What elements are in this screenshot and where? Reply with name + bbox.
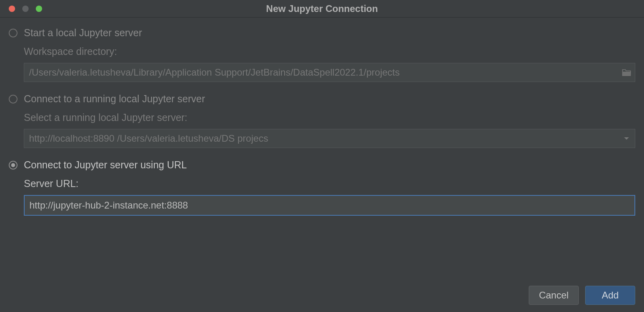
workspace-directory-input[interactable] [24,63,618,82]
select-running-server-input [24,129,618,148]
radio-row-connect-url[interactable]: Connect to Jupyter server using URL [9,159,635,171]
option-start-local: Start a local Jupyter server Workspace d… [9,27,635,82]
server-url-input[interactable] [25,196,634,215]
close-icon[interactable] [9,6,15,12]
dialog-footer: Cancel Add [529,286,635,305]
select-running-server-label: Select a running local Jupyter server: [24,112,635,123]
radio-row-connect-running[interactable]: Connect to a running local Jupyter serve… [9,93,635,105]
dialog-content: Start a local Jupyter server Workspace d… [0,18,644,216]
radio-start-local[interactable] [9,29,17,37]
workspace-directory-label: Workspace directory: [24,46,635,57]
window-title: New Jupyter Connection [0,3,644,14]
workspace-directory-field [24,63,635,82]
select-running-server-field[interactable] [24,129,635,148]
dropdown-arrow-icon[interactable] [618,136,635,140]
minimize-icon[interactable] [22,6,29,12]
cancel-button[interactable]: Cancel [529,286,579,305]
window-controls [0,6,42,12]
radio-label-connect-url: Connect to Jupyter server using URL [24,159,187,171]
maximize-icon[interactable] [36,6,42,12]
titlebar: New Jupyter Connection [0,0,644,18]
add-button[interactable]: Add [585,286,635,305]
server-url-field[interactable] [24,195,635,216]
server-url-label: Server URL: [24,178,635,189]
radio-label-start-local: Start a local Jupyter server [24,27,142,39]
option-connect-url: Connect to Jupyter server using URL Serv… [9,159,635,216]
option-connect-running: Connect to a running local Jupyter serve… [9,93,635,148]
browse-folder-icon[interactable] [618,68,635,76]
radio-connect-url[interactable] [9,161,17,170]
radio-row-start-local[interactable]: Start a local Jupyter server [9,27,635,39]
radio-label-connect-running: Connect to a running local Jupyter serve… [24,93,205,105]
radio-connect-running[interactable] [9,95,17,103]
